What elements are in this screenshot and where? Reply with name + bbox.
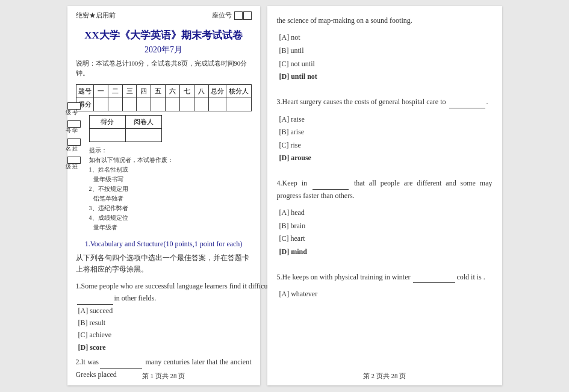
col-4: 四 bbox=[137, 84, 151, 98]
left-header: 绝密★启用前 座位号 bbox=[67, 6, 260, 22]
q4-option-c: [C] heart bbox=[277, 232, 493, 246]
side-label-name: 姓名 bbox=[67, 138, 81, 146]
reader-person-val bbox=[125, 128, 161, 142]
seat-squares bbox=[234, 11, 252, 20]
q2-option-b: [B] until bbox=[277, 45, 493, 58]
right-page: the science of map-making on a sound foo… bbox=[267, 6, 502, 385]
section1-title: 1.Vocabulary and Srtucture(10 points,1 p… bbox=[67, 235, 260, 251]
col-7: 七 bbox=[180, 84, 194, 98]
score-5 bbox=[151, 98, 166, 111]
exam-title: XX大学《大学英语》期末考试试卷 bbox=[67, 22, 260, 45]
chinese-instruction: 从下列各句四个选项中选出一个最佳答案，并在答题卡上将相应的字母涂黑。 bbox=[67, 251, 260, 279]
reader-header-row: 得分 阅卷人 bbox=[89, 115, 161, 128]
side-labels: 专级 学号 姓名 班级 bbox=[67, 102, 81, 164]
q5-option-a: [A] whatever bbox=[277, 288, 493, 301]
right-content: the science of map-making on a sound foo… bbox=[267, 6, 502, 310]
question-4: 4.Keep in that all people are different … bbox=[277, 177, 493, 202]
q1-text: 1.Some people who are successful languag… bbox=[76, 280, 252, 305]
score-total bbox=[208, 98, 226, 111]
q4-option-d: [D] mind bbox=[277, 246, 493, 259]
q3-option-c: [C] rise bbox=[277, 139, 493, 152]
side-label-student-id: 学号 bbox=[67, 120, 81, 128]
col-8: 八 bbox=[194, 84, 208, 98]
question-5: 5.He keeps on with physical training in … bbox=[277, 271, 493, 283]
reader-table: 得分 阅卷人 bbox=[89, 115, 162, 142]
col-checker: 核分人 bbox=[226, 84, 251, 98]
q3-option-d: [D] arouse bbox=[277, 152, 493, 165]
notes-line4: 3、违纪作弊者 bbox=[89, 204, 252, 213]
notes-line2: 1、姓名性别或 量年级书写 bbox=[89, 165, 252, 184]
seat-box: 座位号 bbox=[212, 11, 252, 20]
score-1 bbox=[93, 98, 108, 111]
question-1: 1.Some people who are successful languag… bbox=[67, 279, 260, 355]
exam-date: 2020年7月 bbox=[67, 45, 260, 59]
col-5: 五 bbox=[151, 84, 166, 98]
reader-person-label: 阅卷人 bbox=[125, 115, 161, 128]
score-checker-val bbox=[226, 98, 251, 111]
question-3: 3.Heart surgery causes the costs of gene… bbox=[277, 96, 493, 108]
notes-title: 提示： bbox=[89, 146, 252, 155]
score-header-row: 题号 一 二 三 四 五 六 七 八 总分 核分人 bbox=[76, 84, 251, 98]
notes-box: 提示： 如有以下情况者，本试卷作废： 1、姓名性别或 量年级书写 2、不按规定用… bbox=[89, 146, 252, 232]
side-label-class: 班级 bbox=[67, 157, 81, 164]
side-label-major: 专级 bbox=[67, 102, 81, 110]
q1-option-d: [D] score bbox=[76, 341, 252, 353]
reader-score-label: 得分 bbox=[89, 115, 125, 128]
score-2 bbox=[108, 98, 122, 111]
q2-option-d: [D] until not bbox=[277, 70, 493, 84]
pages-container: 绝密★启用前 座位号 XX大学《大学英语》期末考试试卷 2020年7月 说明：本… bbox=[67, 6, 502, 385]
left-page-footer: 第 1 页共 28 页 bbox=[67, 372, 260, 381]
q1-option-b: [B] result bbox=[76, 317, 252, 329]
score-value-row: 得分 bbox=[76, 98, 251, 111]
col-1: 一 bbox=[93, 84, 108, 98]
secret-label: 绝密★启用前 bbox=[76, 11, 116, 20]
seat-label: 座位号 bbox=[212, 11, 232, 20]
q2-option-a: [A] not bbox=[277, 31, 493, 45]
col-total: 总分 bbox=[208, 84, 226, 98]
q1-option-c: [C] achieve bbox=[76, 329, 252, 341]
score-6 bbox=[166, 98, 180, 111]
col-2: 二 bbox=[108, 84, 122, 98]
notes-line3: 2、不按规定用 铅笔单独者 bbox=[89, 184, 252, 204]
score-7 bbox=[180, 98, 194, 111]
score-4 bbox=[137, 98, 151, 111]
score-3 bbox=[122, 98, 137, 111]
reader-value-row bbox=[89, 128, 161, 142]
q4-option-a: [A] head bbox=[277, 207, 493, 220]
notes-line1: 如有以下情况者，本试卷作废： bbox=[89, 155, 252, 165]
col-6: 六 bbox=[166, 84, 180, 98]
q1-option-a: [A] succeed bbox=[76, 305, 252, 317]
q3-option-b: [B] arise bbox=[277, 126, 493, 139]
q4-option-b: [B] brain bbox=[277, 220, 493, 233]
col-3: 三 bbox=[122, 84, 137, 98]
exam-instructions: 说明：本试卷总计100分，全试卷共8页，完成试卷时间90分钟。 bbox=[67, 59, 260, 81]
notes-line5: 4、成绩规定位 量年级者 bbox=[89, 213, 252, 232]
seat-sq-1 bbox=[234, 11, 243, 20]
left-page: 绝密★启用前 座位号 XX大学《大学英语》期末考试试卷 2020年7月 说明：本… bbox=[67, 6, 260, 385]
q2-continuation: the science of map-making on a sound foo… bbox=[277, 14, 493, 26]
q2-cont-text: the science of map-making on a sound foo… bbox=[277, 16, 412, 25]
score-table: 题号 一 二 三 四 五 六 七 八 总分 核分人 得分 bbox=[76, 84, 252, 111]
reader-score-val bbox=[89, 128, 125, 142]
score-8 bbox=[194, 98, 208, 111]
q3-option-a: [A] raise bbox=[277, 113, 493, 126]
col-num: 题号 bbox=[76, 84, 93, 98]
seat-sq-2 bbox=[243, 11, 252, 20]
right-page-footer: 第 2 页共 28 页 bbox=[267, 372, 502, 381]
q2-option-c: [C] not until bbox=[277, 58, 493, 71]
